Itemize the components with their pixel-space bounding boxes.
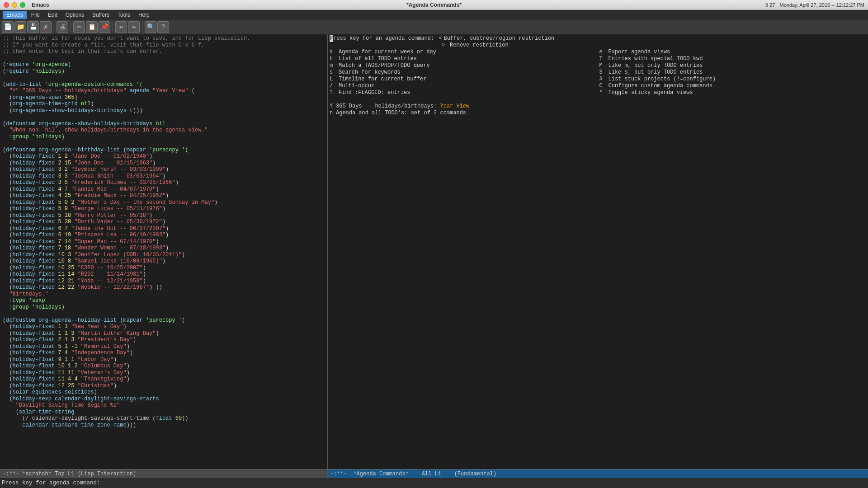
key-e: e <box>599 49 606 56</box>
key-M: M <box>599 62 606 69</box>
key-question: ? <box>330 89 336 96</box>
paste-button[interactable]: 📌 <box>99 21 110 33</box>
titlebar-info: 9 27 Monday, April 27, 2015 -- 12:12:27 … <box>765 2 864 8</box>
menu-options[interactable]: Options <box>62 11 88 19</box>
window-controls: Emacs <box>4 2 49 8</box>
close-buffer-button[interactable]: ✗ <box>40 21 52 33</box>
menu-help[interactable]: Help <box>135 11 153 19</box>
left-pane: ;; This buffer is for notes you don't wa… <box>0 34 328 478</box>
desc-n: Agenda and all TODO's: set of 2 commands <box>336 110 466 117</box>
desc-Y-highlight: Year View <box>440 103 469 110</box>
toolbar-separator-2 <box>71 23 71 32</box>
key-t: t <box>330 56 336 62</box>
menu-file[interactable]: File <box>28 11 43 19</box>
left-status-text: -:**- *scratch* Top L1 (Lisp Interaction… <box>3 471 324 477</box>
app-name: Emacs <box>32 2 49 8</box>
key-T: T <box>599 56 606 62</box>
key-hash: # <box>599 76 606 83</box>
agenda-commands-buffer[interactable]: Press key for an agenda command: < Buffe… <box>328 34 868 469</box>
minimize-button[interactable] <box>12 2 17 8</box>
save-file-button[interactable]: 💾 <box>27 21 39 33</box>
titlebar: Emacs *Agenda Commands* 9 27 Monday, Apr… <box>0 0 868 10</box>
key-star: * <box>599 89 606 96</box>
desc-slash: Multi-occur <box>339 83 597 89</box>
key-S: S <box>599 69 606 76</box>
menu-emacs[interactable]: Emacs <box>3 11 27 19</box>
toolbar-separator-3 <box>113 23 113 32</box>
menu-buffers[interactable]: Buffers <box>89 11 113 19</box>
cursor-char: P <box>330 35 333 42</box>
open-file-button[interactable]: 📁 <box>14 21 26 33</box>
new-file-button[interactable]: 📄 <box>2 21 14 33</box>
window-title: *Agenda Commands* <box>406 2 462 8</box>
maximize-button[interactable] <box>20 2 25 8</box>
toolbar: 📄 📁 💾 ✗ 🖨 ✂ 📋 📌 ↩ ↪ 🔍 ? <box>0 20 868 34</box>
agenda-header-line: Press key for an agenda command: < Buffe… <box>330 35 866 42</box>
cut-button[interactable]: ✂ <box>73 21 85 33</box>
agenda-header-text: ress key for an agenda command: <box>333 35 434 42</box>
custom-Y-line: Y 365 Days -- holidays/birthdays: Year V… <box>330 103 866 110</box>
desc-question: Find :FLAGGED: entries <box>339 89 597 96</box>
desc-hash: List stuck projects (!=configure) <box>609 76 867 83</box>
minibuffer-area: Press key for agenda command: <box>0 478 868 488</box>
desc-e: Export agenda views <box>609 49 867 56</box>
custom-n-line: n Agenda and all TODO's: set of 2 comman… <box>330 110 866 117</box>
key-L: L <box>330 76 336 83</box>
menu-edit[interactable]: Edit <box>44 11 61 19</box>
desc-L: Timeline for current buffer <box>339 76 597 83</box>
desc-T: Entries with special TODO kwd <box>609 56 867 62</box>
desc-m: Match a TAGS/PROP/TODO query <box>339 62 597 69</box>
menu-tools[interactable]: Tools <box>114 11 134 19</box>
desc-star: Toggle sticky agenda views <box>609 89 867 96</box>
desc-t: List of all TODO entries <box>339 56 597 62</box>
help-button[interactable]: ? <box>157 21 169 33</box>
desc-S: Like s, but only TODO entries <box>609 69 867 76</box>
right-pane: Press key for an agenda command: < Buffe… <box>328 34 868 478</box>
left-status-bar: -:**- *scratch* Top L1 (Lisp Interaction… <box>0 469 327 478</box>
key-a: a <box>330 49 336 56</box>
copy-button[interactable]: 📋 <box>86 21 98 33</box>
desc-s: Search for keywords <box>339 69 597 76</box>
redo-button[interactable]: ↪ <box>128 21 140 33</box>
desc-Y-prefix: 365 Days -- holidays/birthdays: <box>336 103 440 110</box>
blank-line-1 <box>330 96 866 103</box>
panes-wrapper: ;; This buffer is for notes you don't wa… <box>0 34 868 478</box>
undo-button[interactable]: ↩ <box>115 21 127 33</box>
key-Y: Y <box>330 103 336 110</box>
system-icons: 9 27 <box>765 2 775 8</box>
desc-a: Agenda for current week or day <box>339 49 597 56</box>
right-status-text: -:**- *Agenda Commands* All L1 (Fundamen… <box>330 471 865 477</box>
right-status-bar: -:**- *Agenda Commands* All L1 (Fundamen… <box>328 469 868 478</box>
key-s: s <box>330 69 336 76</box>
close-button[interactable] <box>4 2 9 8</box>
scratch-buffer[interactable]: ;; This buffer is for notes you don't wa… <box>0 34 327 469</box>
search-button[interactable]: 🔍 <box>145 21 156 33</box>
menubar: Emacs File Edit Options Buffers Tools He… <box>0 10 868 20</box>
key-m: m <box>330 62 336 69</box>
agenda-commands-grid: a Agenda for current week or day e Expor… <box>330 49 866 96</box>
datetime: Monday, April 27, 2015 -- 12:12:27 PM <box>779 2 864 8</box>
agenda-separator: -------------------------------- > Remov… <box>330 42 866 49</box>
key-C: C <box>599 83 606 89</box>
toolbar-separator-4 <box>142 23 142 32</box>
print-button[interactable]: 🖨 <box>57 21 68 33</box>
desc-M: Like m, but only TODO entries <box>609 62 867 69</box>
toolbar-separator-1 <box>54 23 54 32</box>
minibuffer-text: Press key for agenda command: <box>2 480 100 486</box>
key-slash: / <box>330 83 336 89</box>
desc-C: Configure custom agenda commands <box>609 83 867 89</box>
key-n: n <box>330 110 336 117</box>
